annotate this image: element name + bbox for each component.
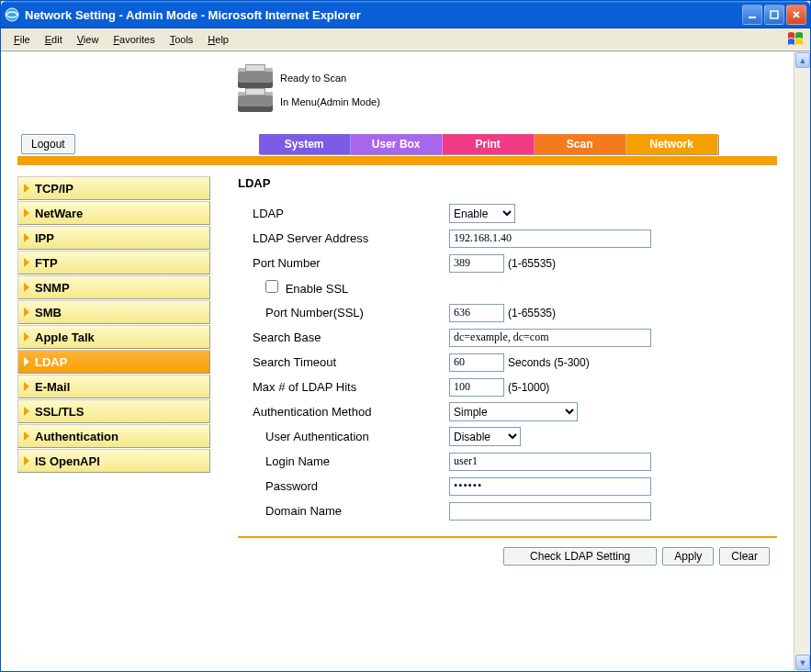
port-ssl-field[interactable] — [449, 304, 504, 322]
sidebar-item-smb[interactable]: SMB — [17, 300, 210, 324]
status-line-2: In Menu(Admin Mode) — [280, 96, 380, 107]
browser-window: Network Setting - Admin Mode - Microsoft… — [0, 0, 811, 672]
enable-ssl-checkbox[interactable] — [265, 280, 278, 293]
arrow-icon — [24, 382, 29, 391]
password-label: Password — [238, 479, 449, 493]
timeout-label: Search Timeout — [238, 355, 449, 369]
maxhits-note: (5-1000) — [508, 381, 549, 394]
titlebar: Network Setting - Admin Mode - Microsoft… — [1, 1, 810, 28]
vertical-scrollbar[interactable]: ▲ ▼ — [794, 51, 810, 671]
windows-flag-icon — [786, 30, 805, 49]
port-number-field[interactable] — [449, 254, 504, 273]
menu-view[interactable]: View — [70, 32, 107, 47]
authmethod-select[interactable]: Simple — [449, 402, 578, 421]
sidebar-item-ssltls[interactable]: SSL/TLS — [17, 399, 210, 423]
menu-tools[interactable]: Tools — [163, 32, 201, 47]
svg-rect-1 — [749, 17, 756, 18]
port-label: Port Number — [238, 256, 449, 270]
domain-name-field[interactable] — [449, 502, 651, 521]
sidebar-item-label: SNMP — [35, 281, 70, 295]
sidebar-item-label: Authentication — [35, 430, 118, 443]
sidebar-item-snmp[interactable]: SNMP — [17, 275, 210, 299]
sidebar-item-authentication[interactable]: Authentication — [17, 424, 210, 448]
arrow-icon — [24, 456, 29, 465]
check-ldap-button[interactable]: Check LDAP Setting — [503, 547, 657, 566]
status-line-1: Ready to Scan — [280, 73, 346, 84]
timeout-note: Seconds (5-300) — [508, 356, 590, 369]
tab-network[interactable]: Network — [626, 134, 718, 154]
tab-userbox[interactable]: User Box — [351, 134, 443, 154]
sidebar-item-label: IPP — [35, 231, 54, 245]
sidebar-item-ldap[interactable]: LDAP — [17, 350, 210, 374]
userauth-label: User Authentication — [238, 430, 449, 443]
port-ssl-note: (1-65535) — [508, 307, 556, 319]
server-label: LDAP Server Address — [238, 231, 449, 245]
tab-print[interactable]: Print — [443, 134, 535, 154]
sidebar-item-tcpip[interactable]: TCP/IP — [17, 176, 210, 200]
arrow-icon — [24, 208, 29, 218]
arrow-icon — [24, 431, 29, 441]
sidebar-item-label: SSL/TLS — [35, 405, 84, 419]
server-address-field[interactable] — [449, 230, 651, 248]
sidebar-item-label: LDAP — [35, 355, 67, 369]
arrow-icon — [24, 407, 29, 416]
search-base-field[interactable] — [449, 329, 651, 347]
userauth-select[interactable]: Disable — [449, 427, 521, 446]
maxhits-label: Max # of LDAP Hits — [238, 380, 449, 394]
arrow-icon — [24, 283, 29, 292]
domain-label: Domain Name — [238, 504, 449, 518]
sidebar-item-email[interactable]: E-Mail — [17, 375, 210, 398]
close-button[interactable] — [786, 5, 806, 25]
login-label: Login Name — [238, 454, 449, 468]
sidebar-item-appletalk[interactable]: Apple Talk — [17, 325, 210, 349]
scroll-down-button[interactable]: ▼ — [795, 655, 810, 670]
login-name-field[interactable] — [449, 453, 651, 471]
arrow-icon — [24, 258, 29, 267]
form-area: LDAP LDAP Enable LDAP Server Address Por… — [210, 176, 777, 566]
window-title: Network Setting - Admin Mode - Microsoft… — [25, 8, 742, 22]
apply-button[interactable]: Apply — [662, 547, 714, 566]
port-ssl-label: Port Number(SSL) — [238, 306, 449, 319]
ldap-label: LDAP — [238, 207, 449, 220]
sidebar-item-ftp[interactable]: FTP — [17, 251, 210, 274]
timeout-field[interactable] — [449, 353, 504, 372]
sidebar-item-netware[interactable]: NetWare — [17, 201, 210, 225]
password-field[interactable] — [449, 477, 651, 496]
button-row: Check LDAP Setting Apply Clear — [238, 547, 777, 566]
menu-file[interactable]: File — [6, 32, 38, 47]
svg-rect-2 — [771, 11, 778, 18]
menu-help[interactable]: Help — [200, 32, 236, 47]
maximize-button[interactable] — [764, 5, 784, 25]
minimize-button[interactable] — [742, 5, 762, 25]
enable-ssl-label: Enable SSL — [286, 282, 349, 296]
arrow-icon — [24, 357, 29, 366]
main-tabs: System User Box Print Scan Network — [259, 134, 718, 154]
arrow-icon — [24, 308, 29, 317]
maxhits-field[interactable] — [449, 378, 504, 397]
sidebar-item-label: FTP — [35, 256, 58, 270]
sidebar-item-label: IS OpenAPI — [35, 454, 100, 468]
sidebar-item-label: SMB — [35, 306, 62, 319]
authmethod-label: Authentication Method — [238, 405, 449, 419]
arrow-icon — [24, 332, 29, 342]
port-note: (1-65535) — [508, 257, 556, 270]
scroll-up-button[interactable]: ▲ — [795, 52, 810, 68]
arrow-icon — [24, 184, 29, 193]
sidebar-item-label: TCP/IP — [35, 182, 73, 196]
menu-edit[interactable]: Edit — [38, 32, 70, 47]
main-split: TCP/IP NetWare IPP FTP SNMP SMB Apple Ta… — [17, 176, 777, 566]
sidebar-item-label: Apple Talk — [35, 330, 95, 344]
status-area: Ready to Scan In Menu(Admin Mode) — [238, 66, 777, 114]
ldap-enable-select[interactable]: Enable — [449, 204, 515, 223]
tab-scan[interactable]: Scan — [535, 134, 626, 154]
menu-favorites[interactable]: Favorites — [106, 32, 162, 47]
sidebar: TCP/IP NetWare IPP FTP SNMP SMB Apple Ta… — [17, 176, 210, 566]
ie-icon — [5, 7, 19, 22]
separator — [238, 536, 777, 538]
clear-button[interactable]: Clear — [719, 547, 770, 566]
section-title: LDAP — [238, 176, 777, 190]
logout-button[interactable]: Logout — [21, 134, 75, 154]
sidebar-item-ipp[interactable]: IPP — [17, 226, 210, 250]
tab-system[interactable]: System — [259, 134, 351, 154]
sidebar-item-isopenapi[interactable]: IS OpenAPI — [17, 449, 210, 473]
